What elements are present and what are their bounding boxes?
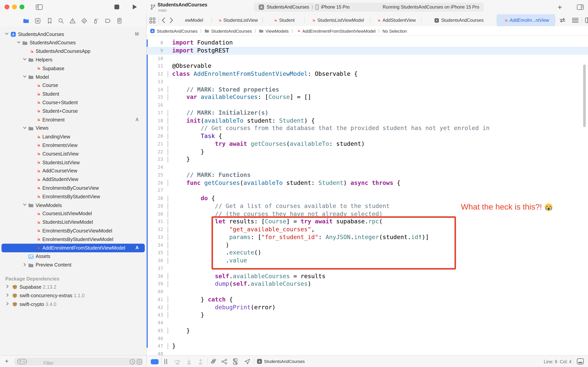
tree-item-courseslistview[interactable]: CoursesListView [0,150,146,158]
tab-addstudentview[interactable]: AddStudentView [370,14,421,26]
tree-item-addenrolmentfromstudentviewmodel[interactable]: AddEnrolmentFromStudentViewModelA [0,244,146,252]
line-number[interactable]: 45 [147,327,163,334]
line-number[interactable]: 39 [147,280,163,288]
tab-student[interactable]: Student [263,14,304,26]
tab-ewmodel[interactable]: ewModel [176,14,211,26]
tab-studentsandcourses[interactable]: StudentsAndCourses [421,14,497,26]
tree-item-landingview[interactable]: LandingView [0,133,146,141]
navigator-tab-search-icon[interactable] [58,18,64,24]
tree-item-preview-content[interactable]: Preview Content [0,261,146,269]
code-line-43[interactable]: 43 } [147,311,588,319]
line-number[interactable]: 27 [147,187,163,195]
view-hierarchy-icon[interactable] [210,359,217,365]
line-number[interactable]: 20 [147,132,163,140]
code-line-21[interactable]: 21 try await getCourses(availableTo: stu… [147,140,588,148]
line-number[interactable]: 41 [147,296,163,303]
line-number[interactable]: 23 [147,156,163,164]
navigator-tab-changes-icon[interactable] [34,18,41,24]
go-forward-icon[interactable] [168,14,176,26]
tree-item-studentslistviewmodel[interactable]: StudentsListViewModel [0,218,146,227]
disclosure-open-icon[interactable] [23,57,27,62]
tree-item-student[interactable]: Student [0,90,146,98]
code-line-46[interactable]: 46 [147,334,588,342]
line-number[interactable]: 21 [147,140,163,148]
tree-item-enrolment[interactable]: EnrolmentA [0,116,146,124]
close-window-button[interactable] [4,4,9,9]
line-number[interactable]: 43 [147,311,163,319]
line-number[interactable]: 13 [147,78,163,86]
tab-active-addenrolm-ntview[interactable]: AddEnrolm...ntView [497,14,555,26]
breadcrumb-item-no-selection[interactable]: No Selection [382,29,407,33]
line-number[interactable]: 17 [147,109,163,117]
package-item-supabase[interactable]: Supabase 2.13.2 [0,283,146,291]
line-number[interactable]: 47 [147,342,163,350]
code-line-25[interactable]: 25 // MARK: Functions [147,171,588,179]
code-line-9[interactable]: 9import PostgREST [147,47,588,55]
line-number[interactable]: 46 [147,334,163,342]
line-number[interactable]: 16 [147,101,163,109]
package-item-swift-crypto[interactable]: swift-crypto 3.4.0 [0,300,146,309]
line-number[interactable]: 42 [147,303,163,311]
run-button[interactable] [132,4,137,10]
navigator-tab-debug-icon[interactable] [92,18,99,24]
code-line-26[interactable]: 26 func getCourses(availableTo student: … [147,179,588,187]
line-number[interactable]: 29 [147,202,163,210]
code-line-41[interactable]: 41 } catch { [147,296,588,303]
code-line-11[interactable]: 11@Observable [147,62,588,70]
pane-divider[interactable] [146,14,147,367]
go-back-icon[interactable] [159,14,168,26]
code-line-18[interactable]: 18 init(availableTo student: Student) { [147,117,588,125]
line-number[interactable]: 19 [147,125,163,132]
tree-item-enrolmentsbycourseview[interactable]: EnrolmentsByCourseView [0,184,146,192]
code-line-8[interactable]: 8import Foundation [147,39,588,47]
line-number[interactable]: 10 [147,55,163,62]
code-line-22[interactable]: 22 } [147,148,588,156]
related-items-icon[interactable] [147,14,159,26]
line-number[interactable]: 33 [147,234,163,241]
code-line-12[interactable]: 12class AddEnrolmentFromStudentViewModel… [147,70,588,78]
line-number[interactable]: 8 [147,39,163,47]
line-number[interactable]: 28 [147,195,163,202]
line-number[interactable]: 34 [147,241,163,249]
tree-item-addstudentview[interactable]: AddStudentView [0,175,146,184]
line-number[interactable]: 11 [147,62,163,70]
line-number[interactable]: 40 [147,288,163,296]
scheme-selector[interactable]: A StudentsAndCourses ⟩ iPhone 15 Pro Run… [254,2,484,11]
tab-studentslistview[interactable]: StudentsListView [212,14,262,26]
breakpoints-toggle[interactable] [151,359,159,365]
source-editor[interactable]: 8import Foundation9import PostgREST1011@… [147,36,588,355]
line-number[interactable]: 30 [147,210,163,218]
toggle-inspector-icon[interactable] [577,4,584,10]
tree-item-studentsandcourses[interactable]: StudentsAndCourses [0,39,146,47]
code-line-24[interactable]: 24 [147,164,588,171]
navigator-tab-reports-icon[interactable] [116,18,123,24]
code-line-20[interactable]: 20 Task { [147,132,588,140]
code-review-icon[interactable] [555,14,569,26]
code-line-23[interactable]: 23 } [147,156,588,164]
tab-studentslistviewmodel[interactable]: StudentsListViewModel [304,14,370,26]
code-line-39[interactable]: 39 dump(self.availableCourses) [147,280,588,288]
code-line-13[interactable]: 13 [147,78,588,86]
disclosure-open-icon[interactable] [23,202,27,207]
minimize-window-button[interactable] [12,4,17,9]
filter-icon[interactable] [17,359,27,365]
zoom-window-button[interactable] [19,4,24,9]
breadcrumb-item-studentsandcourses[interactable]: AStudentsAndCourses [150,29,197,33]
breadcrumb-item-studentsandcourses[interactable]: StudentsAndCourses [204,29,252,33]
code-line-19[interactable]: 19 // Get courses from the database that… [147,125,588,132]
line-number[interactable]: 24 [147,164,163,171]
package-item-swift-concurrency-extras[interactable]: swift-concurrency-extras 1.1.0 [0,291,146,300]
line-number[interactable]: 26 [147,179,163,187]
code-line-15[interactable]: 15 var availableCourses: [Course] = [] [147,93,588,101]
line-number[interactable]: 15 [147,93,163,101]
tree-item-studentsandcourses[interactable]: AStudentsAndCoursesM [0,30,146,39]
tree-item-enrolmentsbystudentviewmodel[interactable]: EnrolmentsByStudentViewModel [0,235,146,244]
line-number[interactable]: 36 [147,257,163,265]
tree-item-assets[interactable]: Assets [0,252,146,261]
tree-item-model[interactable]: Model [0,73,146,81]
scheme-project-label[interactable]: StudentsAndCourses [267,4,309,10]
breadcrumb-item-viewmodels[interactable]: ViewModels [259,29,289,33]
code-line-28[interactable]: 28 do { [147,195,588,202]
navigator-tab-tests-icon[interactable] [81,18,87,24]
add-file-button[interactable]: + [5,358,8,365]
